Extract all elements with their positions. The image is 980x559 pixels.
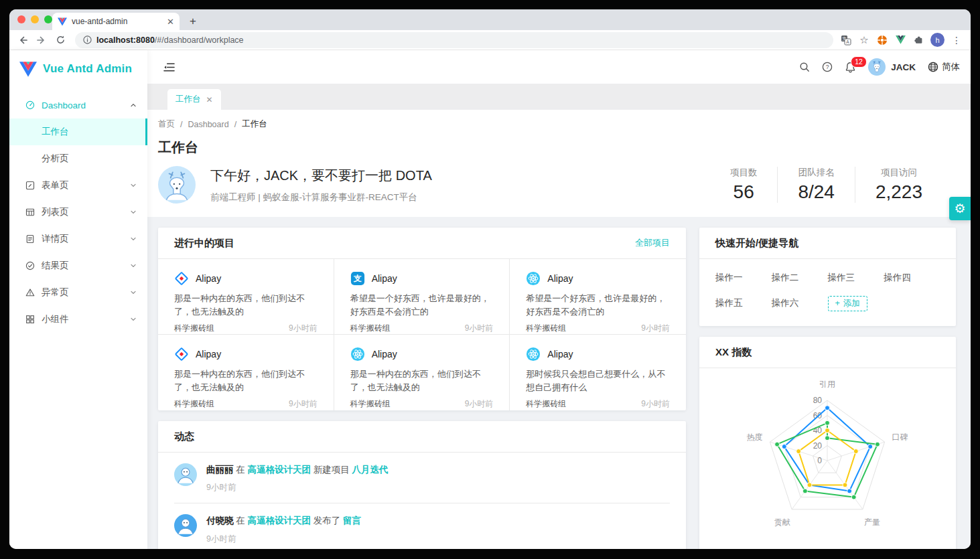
back-icon[interactable] bbox=[15, 32, 31, 48]
vue-devtools-icon[interactable] bbox=[894, 34, 906, 46]
sidebar-item-analysis[interactable]: 分析页 bbox=[9, 145, 147, 172]
new-tab-button[interactable]: + bbox=[185, 13, 201, 29]
breadcrumb-item[interactable]: 首页 bbox=[158, 118, 175, 130]
quicknav-link-1[interactable]: 操作一 bbox=[715, 266, 772, 290]
project-card[interactable]: 支Alipay希望是一个好东西，也许是最好的，好东西是不会消亡的科学搬砖组9小时… bbox=[334, 259, 510, 335]
project-description: 希望是一个好东西，也许是最好的，好东西是不会消亡的 bbox=[526, 292, 670, 319]
legend-item-c[interactable]: c bbox=[850, 548, 865, 549]
quicknav-link-4[interactable]: 操作四 bbox=[884, 266, 940, 290]
extension-orange-icon[interactable] bbox=[876, 34, 888, 46]
quicknav-link-6[interactable]: 操作六 bbox=[772, 291, 828, 315]
chrome-tab-strip: vue-antd-admin ✕ + bbox=[9, 9, 971, 30]
project-group-link[interactable]: 科学搬砖组 bbox=[350, 323, 391, 334]
quicknav-link-3[interactable]: 操作三 bbox=[828, 266, 884, 290]
close-window-button[interactable] bbox=[17, 15, 25, 23]
tab-close-icon[interactable]: ✕ bbox=[206, 95, 213, 104]
project-group-link[interactable]: 科学搬砖组 bbox=[526, 398, 566, 410]
breadcrumb-item[interactable]: Dashboard bbox=[188, 120, 228, 129]
check-circle-icon bbox=[25, 261, 35, 270]
project-group-link[interactable]: 科学搬砖组 bbox=[174, 398, 214, 410]
activity-body: 付晓晓 在 高逼格设计天团 发布了 留言9小时前 bbox=[206, 514, 361, 544]
page-tab-label: 工作台 bbox=[176, 94, 201, 105]
chevron-down-icon bbox=[130, 209, 137, 216]
app-logo-text: Vue Antd Admin bbox=[43, 62, 132, 76]
sidebar-item-detail[interactable]: 详情页 bbox=[9, 226, 147, 252]
sidebar-item-list[interactable]: 列表页 bbox=[9, 199, 147, 226]
warning-icon bbox=[25, 288, 35, 297]
page-info-icon[interactable] bbox=[83, 35, 92, 44]
activity-target-link[interactable]: 留言 bbox=[343, 515, 361, 526]
translate-icon[interactable]: 文A bbox=[840, 34, 852, 46]
forward-icon[interactable] bbox=[33, 32, 50, 48]
search-icon[interactable] bbox=[799, 62, 810, 72]
svg-text:支: 支 bbox=[353, 274, 362, 283]
project-card[interactable]: Alipay那是一种内在的东西，他们到达不了，也无法触及的科学搬砖组9小时前 bbox=[158, 335, 334, 410]
activity-target-link[interactable]: 八月迭代 bbox=[352, 465, 389, 475]
extensions-puzzle-icon[interactable] bbox=[912, 34, 924, 46]
react-logo-icon bbox=[350, 347, 365, 362]
chrome-toolbar-right: 文A ☆ h ⋮ bbox=[840, 33, 965, 47]
project-group-link[interactable]: 科学搬砖组 bbox=[174, 323, 214, 334]
app-header: ? 12 JACK bbox=[147, 50, 971, 84]
antd-logo-icon bbox=[174, 347, 189, 362]
project-name: Alipay bbox=[196, 349, 221, 360]
activity-user-link[interactable]: 曲丽丽 bbox=[206, 465, 234, 475]
sidebar: Vue Antd Admin Dashboard工作台分析页表单页列表页详情页结… bbox=[9, 50, 147, 549]
project-footer: 科学搬砖组9小时前 bbox=[526, 323, 670, 334]
activity-item: 曲丽丽 在 高逼格设计天团 新建项目 八月迭代9小时前 bbox=[174, 453, 670, 503]
url-bar[interactable]: localhost:8080/#/dashboard/workplace bbox=[75, 32, 833, 48]
language-switcher[interactable]: 简体 bbox=[928, 61, 960, 73]
project-name: Alipay bbox=[196, 273, 221, 284]
sidebar-item-exception[interactable]: 异常页 bbox=[9, 279, 147, 306]
legend-label: b bbox=[831, 548, 835, 549]
page-tab-workbench[interactable]: 工作台 ✕ bbox=[167, 89, 221, 110]
help-icon[interactable]: ? bbox=[822, 62, 833, 72]
sidebar-item-label: 工作台 bbox=[42, 126, 137, 138]
projects-card: 进行中的项目 全部项目 Alipay那是一种内在的东西，他们到达不了，也无法触及… bbox=[158, 228, 686, 410]
svg-text:产量: 产量 bbox=[864, 517, 880, 527]
project-group-link[interactable]: 科学搬砖组 bbox=[350, 398, 391, 410]
activity-time: 9小时前 bbox=[206, 482, 389, 493]
activity-group-link[interactable]: 高逼格设计天团 bbox=[248, 465, 311, 475]
project-updated-time: 9小时前 bbox=[465, 398, 494, 410]
sidebar-item-form[interactable]: 表单页 bbox=[9, 172, 147, 199]
maximize-window-button[interactable] bbox=[44, 15, 52, 23]
app-logo[interactable]: Vue Antd Admin bbox=[9, 50, 147, 81]
legend-item-a[interactable]: a bbox=[790, 548, 805, 549]
quicknav-link-5[interactable]: 操作五 bbox=[715, 291, 772, 315]
sidebar-item-result[interactable]: 结果页 bbox=[9, 252, 147, 279]
project-card[interactable]: Alipay那是一种内在的东西，他们到达不了，也无法触及的科学搬砖组9小时前 bbox=[158, 259, 334, 335]
bookmark-star-icon[interactable]: ☆ bbox=[858, 34, 870, 46]
chrome-menu-kebab-icon[interactable]: ⋮ bbox=[951, 34, 963, 46]
quicknav-link-2[interactable]: 操作二 bbox=[772, 266, 828, 290]
reload-icon[interactable] bbox=[52, 32, 68, 48]
project-group-link[interactable]: 科学搬砖组 bbox=[526, 323, 566, 334]
alipay-logo-icon: 支 bbox=[350, 271, 365, 286]
project-card[interactable]: Alipay那是一种内在的东西，他们到达不了，也无法触及的科学搬砖组9小时前 bbox=[334, 335, 510, 410]
tab-close-icon[interactable]: ✕ bbox=[167, 17, 174, 27]
sidebar-item-dashboard[interactable]: Dashboard bbox=[9, 92, 147, 118]
legend-item-b[interactable]: b bbox=[820, 548, 835, 549]
activity-user-link[interactable]: 付晓晓 bbox=[206, 515, 234, 526]
sidebar-item-workbench[interactable]: 工作台 bbox=[9, 118, 147, 145]
project-footer: 科学搬砖组9小时前 bbox=[174, 398, 318, 410]
quicknav-links: 操作一操作二操作三操作四操作五操作六+添加 bbox=[699, 259, 956, 326]
activity-group-link[interactable]: 高逼格设计天团 bbox=[248, 515, 311, 526]
react-logo-icon bbox=[526, 271, 541, 286]
project-card[interactable]: Alipay那时候我只会想自己想要什么，从不想自己拥有什么科学搬砖组9小时前 bbox=[510, 335, 686, 410]
user-name: JACK bbox=[891, 62, 916, 72]
chrome-profile-avatar[interactable]: h bbox=[930, 33, 944, 47]
page-tab-bar: 工作台 ✕ bbox=[147, 84, 971, 110]
settings-gear-button[interactable]: ⚙ bbox=[949, 197, 971, 220]
minimize-window-button[interactable] bbox=[31, 15, 39, 23]
svg-text:热度: 热度 bbox=[747, 432, 763, 442]
stat-label: 项目数 bbox=[730, 167, 758, 179]
all-projects-link[interactable]: 全部项目 bbox=[635, 237, 670, 249]
add-button[interactable]: +添加 bbox=[828, 296, 867, 311]
menu-fold-icon[interactable] bbox=[163, 62, 175, 72]
notification-bell-icon[interactable]: 12 bbox=[845, 62, 856, 73]
user-menu[interactable]: JACK bbox=[868, 58, 916, 76]
browser-tab[interactable]: vue-antd-admin ✕ bbox=[52, 13, 180, 30]
project-card[interactable]: Alipay希望是一个好东西，也许是最好的，好东西是不会消亡的科学搬砖组9小时前 bbox=[510, 259, 686, 335]
sidebar-item-widget[interactable]: 小组件 bbox=[9, 306, 147, 333]
